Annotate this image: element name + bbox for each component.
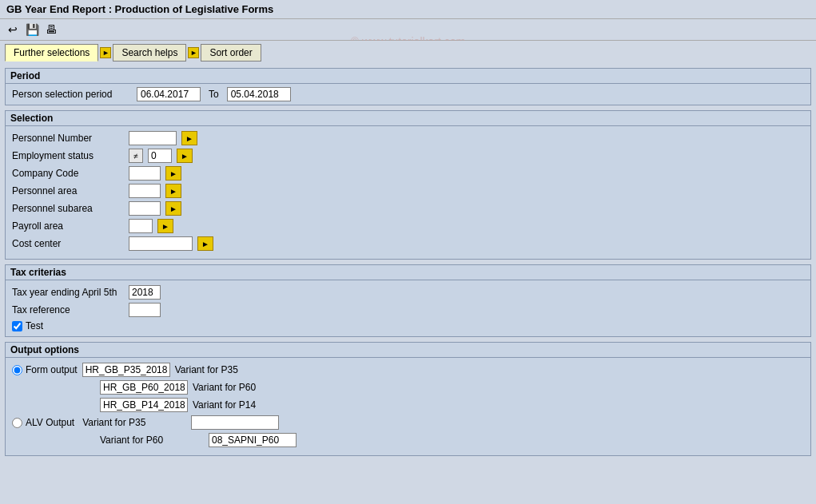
tax-criterias-header: Tax criterias [6, 265, 810, 280]
alv-output-text: ALV Output [26, 417, 74, 428]
to-label: To [209, 89, 219, 100]
selection-body: Personnel Number ► Employment status ≠ ►… [6, 126, 810, 259]
form-p35-desc: Variant for P35 [175, 364, 238, 375]
person-selection-period-label: Person selection period [12, 89, 132, 100]
print-icon[interactable]: 🖶 [43, 22, 59, 38]
company-code-label: Company Code [12, 168, 124, 179]
personnel-subarea-input[interactable] [129, 201, 161, 216]
output-options-header: Output options [6, 343, 810, 358]
alv-output-radio[interactable] [12, 418, 22, 428]
selection-header: Selection [6, 111, 810, 126]
test-label: Test [26, 320, 43, 331]
alv-p60-row: Variant for P60 [100, 433, 804, 447]
personnel-area-label: Personnel area [12, 185, 124, 196]
period-to-input[interactable] [227, 87, 291, 101]
test-checkbox[interactable] [12, 321, 22, 331]
period-row: Person selection period To [6, 84, 810, 105]
tab-arrow-1: ► [100, 47, 111, 58]
tax-criterias-body: Tax year ending April 5th Tax reference … [6, 280, 810, 336]
personnel-subarea-row: Personnel subarea ► [12, 201, 804, 216]
employment-status-arrow[interactable]: ► [177, 149, 193, 163]
page-title: GB Year End Report : Production of Legis… [6, 3, 273, 15]
form-p60-input[interactable] [100, 380, 188, 395]
cost-center-label: Cost center [12, 238, 124, 249]
personnel-number-row: Personnel Number ► [12, 131, 804, 145]
tab-sort-order-label: Sort order [209, 47, 252, 58]
cost-center-row: Cost center ► [12, 236, 804, 251]
personnel-number-arrow[interactable]: ► [181, 131, 197, 145]
personnel-subarea-label: Personnel subarea [12, 203, 124, 214]
payroll-area-label: Payroll area [12, 220, 124, 232]
save-icon[interactable]: 💾 [24, 22, 40, 38]
company-code-row: Company Code ► [12, 166, 804, 181]
tax-criterias-section: Tax criterias Tax year ending April 5th … [5, 264, 811, 337]
tab-further-selections[interactable]: Further selections [5, 44, 98, 62]
alv-variant-p60-input[interactable] [209, 433, 297, 447]
alv-variant-p60-label: Variant for P60 [100, 435, 204, 446]
form-p60-row: Variant for P60 [100, 380, 804, 395]
tax-year-label: Tax year ending April 5th [12, 287, 124, 298]
tabs-bar: Further selections ► Search helps ► Sort… [0, 41, 816, 65]
tab-search-helps-label: Search helps [121, 47, 177, 58]
period-from-input[interactable] [137, 87, 201, 101]
employment-status-label: Employment status [12, 150, 124, 161]
form-output-radio[interactable] [12, 365, 22, 375]
tax-ref-input[interactable] [129, 303, 161, 317]
form-output-label[interactable]: Form output [12, 364, 78, 375]
period-header: Period [6, 69, 810, 84]
test-row: Test [12, 320, 804, 331]
employment-status-row: Employment status ≠ ► [12, 149, 804, 163]
personnel-area-arrow[interactable]: ► [165, 184, 181, 198]
form-p60-desc: Variant for P60 [193, 382, 256, 393]
title-bar: GB Year End Report : Production of Legis… [0, 0, 816, 19]
personnel-area-input[interactable] [129, 184, 161, 198]
tab-sort-order[interactable]: Sort order [201, 44, 261, 62]
output-options-body: Form output Variant for P35 Variant for … [6, 358, 810, 455]
employment-status-input[interactable] [148, 149, 172, 163]
output-options-section: Output options Form output Variant for P… [5, 342, 811, 456]
company-code-arrow[interactable]: ► [165, 166, 181, 181]
personnel-subarea-arrow[interactable]: ► [165, 201, 181, 216]
content-area: Period Person selection period To Select… [0, 65, 816, 464]
payroll-area-arrow[interactable]: ► [157, 219, 173, 233]
personnel-area-row: Personnel area ► [12, 184, 804, 198]
alv-variant-p35-input[interactable] [191, 415, 279, 430]
form-p14-row: Variant for P14 [100, 398, 804, 412]
cost-center-input[interactable] [129, 236, 193, 251]
alv-output-row: ALV Output Variant for P35 [12, 415, 804, 430]
tax-year-input[interactable] [129, 285, 161, 300]
form-output-row: Form output Variant for P35 [12, 363, 804, 377]
alv-output-label[interactable]: ALV Output [12, 417, 74, 428]
payroll-area-input[interactable] [129, 219, 153, 233]
cost-center-arrow[interactable]: ► [197, 236, 213, 251]
payroll-area-row: Payroll area ► [12, 219, 804, 233]
personnel-number-label: Personnel Number [12, 133, 124, 144]
tab-arrow-2: ► [188, 47, 199, 58]
form-p14-input[interactable] [100, 398, 188, 412]
tax-ref-row: Tax reference [12, 303, 804, 317]
period-section: Period Person selection period To [5, 68, 811, 105]
tab-further-selections-label: Further selections [14, 47, 90, 58]
not-equal-button[interactable]: ≠ [129, 149, 143, 163]
tax-year-row: Tax year ending April 5th [12, 285, 804, 300]
alv-variant-p35-label: Variant for P35 [82, 417, 186, 428]
back-icon[interactable]: ↩ [5, 22, 21, 38]
personnel-number-input[interactable] [129, 131, 177, 145]
tax-ref-label: Tax reference [12, 304, 124, 315]
toolbar: ↩ 💾 🖶 [0, 19, 816, 41]
form-p14-desc: Variant for P14 [193, 399, 256, 411]
company-code-input[interactable] [129, 166, 161, 181]
form-output-text: Form output [26, 364, 78, 375]
form-p35-input[interactable] [82, 363, 170, 377]
tab-search-helps[interactable]: Search helps [113, 44, 186, 62]
selection-section: Selection Personnel Number ► Employment … [5, 110, 811, 260]
